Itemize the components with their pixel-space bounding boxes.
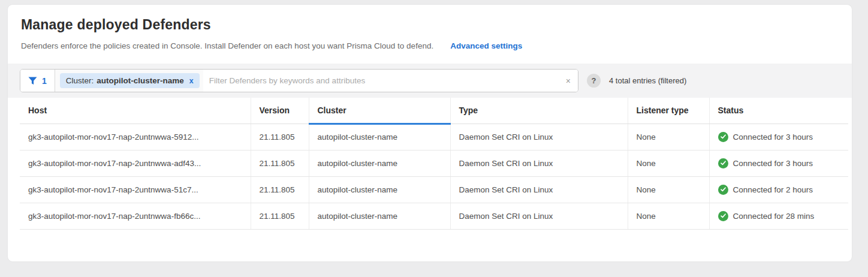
entries-summary: 4 total entries (filtered)	[609, 76, 686, 85]
manage-defenders-panel: Manage deployed Defenders Defenders enfo…	[8, 5, 852, 261]
advanced-settings-link[interactable]: Advanced settings	[450, 41, 522, 50]
defenders-table: Host Version Cluster Type Listener type …	[20, 98, 848, 230]
chip-remove-icon[interactable]: x	[189, 77, 194, 85]
column-header-version[interactable]: Version	[251, 98, 309, 124]
host-cell: gk3-autopilot-mor-nov17-nap-2untnwwa-591…	[20, 124, 251, 150]
filter-search-input[interactable]	[203, 70, 578, 92]
status-text: Connected for 3 hours	[733, 159, 813, 168]
subtitle-row: Defenders enforce the policies created i…	[21, 41, 839, 50]
defenders-table-container: Host Version Cluster Type Listener type …	[8, 98, 852, 230]
listener-type-cell: None	[628, 124, 709, 150]
filter-count-button[interactable]: 1	[20, 70, 55, 92]
column-header-listener-type[interactable]: Listener type	[628, 98, 709, 124]
host-cell: gk3-autopilot-mor-nov17-nap-2untnwwa-fb6…	[20, 203, 251, 229]
chip-value: autopilot-cluster-name	[97, 76, 184, 85]
type-cell: Daemon Set CRI on Linux	[450, 124, 628, 150]
version-cell: 21.11.805	[251, 150, 309, 176]
filter-chip-zone: Cluster: autopilot-cluster-name x	[55, 70, 203, 92]
status-text: Connected for 2 hours	[733, 185, 813, 194]
check-circle-icon	[718, 185, 728, 195]
filter-input-wrap: ×	[203, 70, 578, 92]
status-cell: Connected for 28 mins	[709, 203, 848, 229]
version-cell: 21.11.805	[251, 124, 309, 150]
status-cell: Connected for 2 hours	[709, 176, 848, 203]
help-icon[interactable]: ?	[587, 74, 601, 88]
cluster-filter-chip[interactable]: Cluster: autopilot-cluster-name x	[60, 73, 200, 88]
status-cell: Connected for 3 hours	[709, 150, 848, 176]
table-row: gk3-autopilot-mor-nov17-nap-2untnwwa-fb6…	[20, 203, 848, 229]
listener-type-cell: None	[628, 203, 709, 229]
host-cell: gk3-autopilot-mor-nov17-nap-2untnwwa-51c…	[20, 176, 251, 203]
cluster-cell: autopilot-cluster-name	[309, 176, 450, 203]
check-circle-icon	[718, 158, 728, 168]
filter-control: 1 Cluster: autopilot-cluster-name x ×	[20, 69, 578, 92]
column-header-status[interactable]: Status	[709, 98, 848, 124]
type-cell: Daemon Set CRI on Linux	[450, 203, 628, 229]
status-cell: Connected for 3 hours	[709, 124, 848, 150]
host-cell: gk3-autopilot-mor-nov17-nap-2untnwwa-adf…	[20, 150, 251, 176]
table-header-row: Host Version Cluster Type Listener type …	[20, 98, 848, 124]
page-header: Manage deployed Defenders Defenders enfo…	[8, 5, 852, 50]
page-title: Manage deployed Defenders	[21, 17, 839, 33]
version-cell: 21.11.805	[251, 203, 309, 229]
column-header-cluster[interactable]: Cluster	[309, 98, 450, 124]
clear-filter-icon[interactable]: ×	[566, 77, 571, 85]
status-text: Connected for 3 hours	[733, 133, 813, 141]
check-circle-icon	[718, 132, 728, 142]
cluster-cell: autopilot-cluster-name	[309, 150, 450, 176]
type-cell: Daemon Set CRI on Linux	[450, 150, 628, 176]
type-cell: Daemon Set CRI on Linux	[450, 176, 628, 203]
column-header-host[interactable]: Host	[20, 98, 251, 124]
table-row: gk3-autopilot-mor-nov17-nap-2untnwwa-51c…	[20, 176, 848, 203]
page-subtitle: Defenders enforce the policies created i…	[21, 41, 433, 50]
funnel-icon	[28, 77, 37, 85]
filter-toolbar: 1 Cluster: autopilot-cluster-name x × ? …	[8, 64, 852, 98]
cluster-cell: autopilot-cluster-name	[309, 124, 450, 150]
table-row: gk3-autopilot-mor-nov17-nap-2untnwwa-591…	[20, 124, 848, 150]
table-row: gk3-autopilot-mor-nov17-nap-2untnwwa-adf…	[20, 150, 848, 176]
status-text: Connected for 28 mins	[733, 212, 815, 221]
check-circle-icon	[718, 211, 728, 221]
chip-label: Cluster:	[66, 76, 94, 85]
cluster-cell: autopilot-cluster-name	[309, 203, 450, 229]
listener-type-cell: None	[628, 150, 709, 176]
active-filter-count: 1	[42, 76, 47, 86]
version-cell: 21.11.805	[251, 176, 309, 203]
column-header-type[interactable]: Type	[450, 98, 628, 124]
listener-type-cell: None	[628, 176, 709, 203]
